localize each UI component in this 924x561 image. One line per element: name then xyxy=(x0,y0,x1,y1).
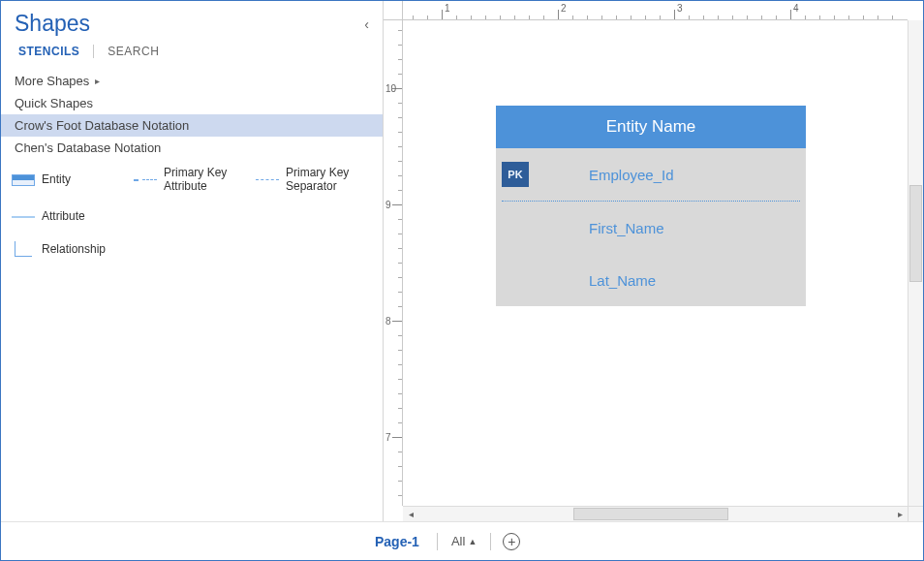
nav-quick-shapes-label: Quick Shapes xyxy=(15,96,93,110)
nav-crows-foot-label: Crow's Foot Database Notation xyxy=(15,118,189,133)
vertical-scrollbar[interactable] xyxy=(908,20,923,506)
attribute-icon xyxy=(12,216,35,218)
nav-chen-label: Chen's Database Notation xyxy=(15,140,161,155)
entity-title[interactable]: Entity Name xyxy=(496,106,806,148)
stencil-pk-attribute[interactable]: Primary Key Attribute xyxy=(133,167,251,194)
stencil-grid: Entity Primary Key Attribute Primary Key… xyxy=(1,159,383,281)
entity-icon xyxy=(12,174,35,186)
relationship-icon xyxy=(13,241,34,259)
horizontal-ruler[interactable]: 1234 xyxy=(403,1,908,20)
entity-body: PK Employee_Id First_Name Lat_Name xyxy=(496,148,806,306)
page-tab-1[interactable]: Page-1 xyxy=(369,530,425,553)
page-separator xyxy=(490,533,491,550)
stencil-pk-separator-label: Primary Key Separator xyxy=(286,167,373,194)
scroll-left-icon[interactable]: ◂ xyxy=(403,508,418,521)
ruler-v-label: 7 xyxy=(385,432,391,443)
canvas-area: 1234 10987 Entity Name PK Employee_Id Fi… xyxy=(384,1,923,521)
page-all-label: All xyxy=(451,534,465,548)
horizontal-scrollbar[interactable]: ◂ ▸ xyxy=(403,506,908,521)
entity-row-pk[interactable]: PK Employee_Id xyxy=(496,148,806,201)
ruler-h-label: 3 xyxy=(677,3,683,14)
nav-quick-shapes[interactable]: Quick Shapes xyxy=(1,92,383,114)
stencil-relationship-label: Relationship xyxy=(42,243,106,257)
vertical-scrollbar-thumb[interactable] xyxy=(909,185,922,282)
pk-separator-icon xyxy=(256,179,279,180)
stencil-pk-separator[interactable]: Primary Key Separator xyxy=(255,167,373,194)
page-tab-bar: Page-1 All ▲ + xyxy=(1,521,923,560)
vertical-ruler[interactable]: 10987 xyxy=(384,20,403,506)
pk-badge: PK xyxy=(502,162,529,187)
stencil-attribute[interactable]: Attribute xyxy=(11,207,131,227)
page-all-button[interactable]: All ▲ xyxy=(449,530,478,552)
chevron-right-icon: ▸ xyxy=(95,76,100,86)
entity-attr-1: First_Name xyxy=(589,220,664,236)
stencil-pk-attribute-label: Primary Key Attribute xyxy=(164,167,251,194)
horizontal-scrollbar-track[interactable] xyxy=(418,507,892,521)
entity-shape[interactable]: Entity Name PK Employee_Id First_Name La… xyxy=(496,106,806,306)
pk-attribute-icon xyxy=(134,173,157,187)
stencil-entity-label: Entity xyxy=(42,173,71,187)
tab-stencils[interactable]: STENCILS xyxy=(15,43,83,60)
add-page-button[interactable]: + xyxy=(503,533,520,550)
ruler-corner xyxy=(384,1,403,20)
nav-more-shapes-label: More Shapes xyxy=(15,74,89,88)
nav-crows-foot[interactable]: Crow's Foot Database Notation xyxy=(1,114,383,137)
ruler-h-label: 4 xyxy=(793,3,799,14)
ruler-v-label: 9 xyxy=(385,200,391,210)
shapes-panel: Shapes ‹ STENCILS SEARCH More Shapes ▸ Q… xyxy=(1,1,384,521)
ruler-v-label: 8 xyxy=(385,316,391,327)
stencil-relationship[interactable]: Relationship xyxy=(11,240,131,260)
collapse-panel-icon[interactable]: ‹ xyxy=(364,16,369,32)
shapes-title: Shapes xyxy=(15,11,90,37)
horizontal-scrollbar-thumb[interactable] xyxy=(573,508,728,520)
entity-attr-2: Lat_Name xyxy=(589,272,656,289)
entity-row[interactable]: First_Name xyxy=(496,202,806,254)
caret-up-icon: ▲ xyxy=(468,537,477,546)
nav-chen[interactable]: Chen's Database Notation xyxy=(1,137,383,159)
entity-row[interactable]: Lat_Name xyxy=(496,254,806,306)
ruler-h-label: 2 xyxy=(561,3,567,14)
drawing-canvas[interactable]: Entity Name PK Employee_Id First_Name La… xyxy=(403,20,908,506)
ruler-h-label: 1 xyxy=(445,3,450,14)
page-separator xyxy=(437,533,438,550)
nav-more-shapes[interactable]: More Shapes ▸ xyxy=(1,70,383,92)
tab-separator xyxy=(93,45,94,58)
stencil-attribute-label: Attribute xyxy=(42,210,85,224)
tab-search[interactable]: SEARCH xyxy=(104,43,163,60)
ruler-v-label: 10 xyxy=(385,83,396,94)
scroll-corner xyxy=(908,506,923,521)
stencil-entity[interactable]: Entity xyxy=(11,167,129,194)
entity-attr-0: Employee_Id xyxy=(589,167,674,183)
scroll-right-icon[interactable]: ▸ xyxy=(892,508,908,521)
